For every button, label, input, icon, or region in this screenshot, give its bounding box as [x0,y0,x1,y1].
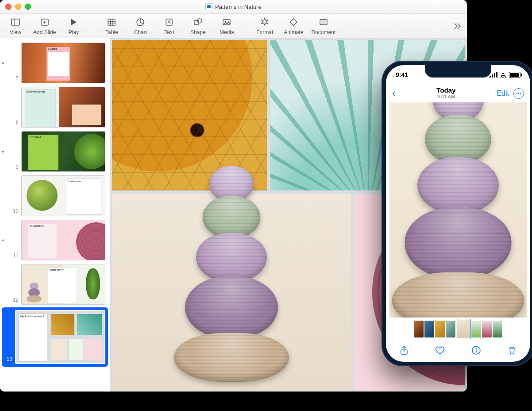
traffic-lights [5,4,31,10]
filmstrip-thumb[interactable] [482,321,492,337]
add-slide-icon [39,17,50,27]
ellipsis-icon [516,90,522,97]
svg-point-15 [197,19,202,23]
media-icon [221,17,232,27]
iphone-notch [425,65,491,78]
photo-viewer[interactable] [389,102,527,318]
minimize-button[interactable] [15,4,21,10]
toolbar-text[interactable]: A Text [158,17,180,35]
play-icon [68,17,79,27]
canvas-image-urchin-stack[interactable] [112,194,351,391]
svg-point-26 [476,348,477,349]
toolbar-add-slide[interactable]: Add Slide [33,17,56,35]
svg-point-20 [517,93,517,94]
svg-rect-19 [321,19,326,25]
toolbar-format[interactable]: Format [254,17,276,35]
chart-icon [135,17,146,27]
document-icon [318,17,329,27]
slide-navigator[interactable]: ▾ 7 LAYERS 8 Under the surface [0,38,110,392]
svg-rect-0 [12,19,19,25]
view-icon [10,17,21,27]
edit-button[interactable]: Edit [497,89,509,97]
trash-icon [507,345,517,356]
disclosure-icon[interactable]: ▾ [2,238,8,243]
toolbar-view[interactable]: View [4,17,27,35]
toolbar-table[interactable]: Table [100,17,123,35]
slide-thumb-12[interactable]: 12 Mirror, mirror [0,262,110,306]
filmstrip-thumb[interactable] [493,321,502,337]
table-icon [106,17,117,27]
slide-thumb-11[interactable]: ▾ 11 SYMMETRIES [0,218,110,262]
toolbar: View Add Slide Play Table Chart A Text S… [0,14,467,39]
iphone-device: 9:41 ‹ Today 9:41 AM Edit [382,61,532,366]
svg-rect-6 [108,19,115,25]
filmstrip-thumb-selected[interactable] [456,319,470,339]
battery-icon [509,72,520,78]
filmstrip-thumb[interactable] [471,321,481,337]
slide-thumb-13[interactable]: 13 Why look for patterns? [2,307,108,367]
shape-icon [193,17,203,27]
back-button[interactable]: ‹ [392,88,395,99]
svg-point-21 [518,93,519,94]
photos-header: ‹ Today 9:41 AM Edit [386,85,530,102]
info-button[interactable] [471,345,482,357]
document-icon [205,3,212,10]
iphone-screen: 9:41 ‹ Today 9:41 AM Edit [386,65,530,362]
chevron-double-right-icon [453,22,462,31]
window-titlebar: Patterns in Nature [0,0,467,14]
wifi-icon [500,72,507,78]
disclosure-icon[interactable]: ▾ [2,61,8,66]
toolbar-animate[interactable]: Animate [282,17,305,35]
filmstrip-thumb[interactable] [424,321,434,337]
header-subtitle: 9:41 AM [436,93,455,100]
disclosure-icon[interactable]: ▾ [2,149,8,154]
cellular-signal-icon [490,72,497,78]
toolbar-shape[interactable]: Shape [187,17,209,35]
slide-thumb-9[interactable]: ▾ 9 FRACTALS [0,129,110,174]
svg-marker-5 [71,19,77,25]
toolbar-overflow[interactable] [452,21,463,31]
slide-thumb-10[interactable]: 10 Look closer [0,174,110,218]
photos-toolbar [386,341,530,362]
toolbar-chart[interactable]: Chart [129,17,151,35]
more-button[interactable] [513,88,524,99]
info-icon [471,345,482,356]
toolbar-play[interactable]: Play [62,17,85,35]
window-title: Patterns in Nature [215,4,262,10]
toolbar-media[interactable]: Media [216,17,238,35]
filmstrip-thumb[interactable] [414,321,424,337]
slide-thumb-8[interactable]: 8 Under the surface [0,85,110,129]
toolbar-document[interactable]: Document [311,17,335,35]
share-button[interactable] [399,345,409,357]
header-title: Today [436,87,455,93]
svg-point-22 [520,93,521,94]
animate-icon [288,17,299,27]
favorite-button[interactable] [435,345,445,357]
share-icon [399,345,409,356]
slide-thumb-7[interactable]: ▾ 7 LAYERS [0,41,110,85]
photo-filmstrip[interactable] [386,319,530,339]
delete-button[interactable] [507,345,517,357]
status-time: 9:41 [396,71,408,78]
close-button[interactable] [5,4,12,10]
heart-icon [435,345,445,356]
format-icon [259,17,270,27]
filmstrip-thumb[interactable] [446,321,455,337]
zoom-button[interactable] [25,4,31,10]
text-icon: A [164,17,174,27]
svg-text:A: A [167,19,171,26]
filmstrip-thumb[interactable] [435,321,445,337]
